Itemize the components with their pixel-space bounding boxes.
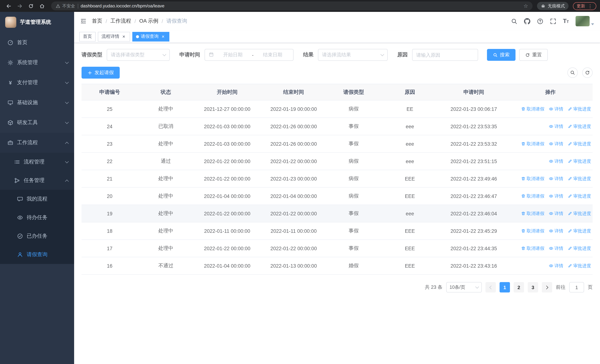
- cancel-leave-link[interactable]: 取消请假: [521, 106, 544, 112]
- browser-back-button[interactable]: [4, 1, 13, 11]
- detail-link[interactable]: 详情: [549, 228, 563, 234]
- browser-forward-button[interactable]: [15, 1, 24, 11]
- page-size-select[interactable]: 10条/页: [446, 282, 482, 292]
- sidebar-item-done-tasks[interactable]: 已办任务: [0, 227, 74, 245]
- search-button[interactable]: 搜索: [487, 49, 516, 61]
- table-search-toggle-icon[interactable]: [567, 67, 578, 78]
- cancel-leave-link[interactable]: 取消请假: [521, 210, 544, 217]
- tags-view: 首页 流程详情 × 请假查询 ×: [74, 30, 600, 43]
- sidebar-item-payment[interactable]: ¥ 支付管理: [0, 73, 74, 93]
- approval-progress-link[interactable]: 审批进度: [568, 158, 591, 164]
- prev-page-button[interactable]: [486, 282, 496, 292]
- table-row: 20 处理中 2022-01-04 00:00:00 2022-01-04 00…: [82, 187, 593, 205]
- approval-progress-link[interactable]: 审批进度: [568, 176, 591, 182]
- eye-icon: [549, 177, 553, 181]
- detail-link[interactable]: 详情: [549, 245, 563, 252]
- approval-progress-link[interactable]: 审批进度: [568, 263, 591, 269]
- approval-progress-link[interactable]: 审批进度: [568, 245, 591, 252]
- cancel-leave-link[interactable]: 取消请假: [521, 245, 544, 252]
- cell-start-time: 2022-01-04 00:00:00: [194, 193, 261, 199]
- sidebar-collapse-icon[interactable]: [80, 18, 87, 24]
- goto-page-input[interactable]: [569, 282, 584, 292]
- eye-icon: [549, 194, 553, 198]
- approval-progress-link[interactable]: 审批进度: [568, 123, 591, 130]
- breadcrumb-separator: /: [134, 18, 136, 24]
- browser-menu-icon[interactable]: ⋮: [588, 3, 593, 9]
- cell-apply-id: 20: [82, 193, 138, 199]
- search-icon: [493, 52, 498, 57]
- cell-status: 已取消: [138, 123, 194, 130]
- reason-input[interactable]: [412, 49, 478, 61]
- detail-link[interactable]: 详情: [549, 123, 563, 130]
- cell-start-time: 2022-01-22 00:00:00: [194, 246, 261, 251]
- cancel-leave-link[interactable]: 取消请假: [521, 193, 544, 199]
- detail-link[interactable]: 详情: [549, 193, 563, 199]
- browser-update-button[interactable]: 更新 ⋮: [573, 2, 596, 10]
- trash-icon: [521, 107, 525, 111]
- sidebar-item-devtools[interactable]: 研发工具: [0, 113, 74, 133]
- page-button-3[interactable]: 3: [528, 282, 538, 292]
- leave-type-select[interactable]: 请选择请假类型: [107, 49, 170, 61]
- search-icon[interactable]: [511, 18, 517, 24]
- approval-progress-link[interactable]: 审批进度: [568, 193, 591, 199]
- detail-link[interactable]: 详情: [549, 210, 563, 217]
- date-range-picker[interactable]: 开始日期 - 结束日期: [205, 49, 293, 61]
- reset-button[interactable]: 重置: [519, 49, 548, 61]
- sidebar-item-workflow[interactable]: 工作流程: [0, 133, 74, 153]
- tab-process-detail[interactable]: 流程详情 ×: [98, 32, 130, 41]
- github-icon[interactable]: [524, 18, 530, 24]
- detail-link[interactable]: 详情: [549, 106, 563, 112]
- approval-progress-link[interactable]: 审批进度: [568, 141, 591, 147]
- detail-link[interactable]: 详情: [549, 158, 563, 164]
- tab-home[interactable]: 首页: [79, 32, 96, 41]
- cell-status: 通过: [138, 158, 194, 165]
- sidebar-item-todo-tasks[interactable]: 待办任务: [0, 208, 74, 227]
- address-bar[interactable]: 不安全 dashboard.yudao.iocoder.cn/bpm/oa/le…: [51, 1, 533, 10]
- next-page-button[interactable]: [542, 282, 552, 292]
- sidebar-item-infrastructure[interactable]: 基础设施: [0, 93, 74, 113]
- user-menu[interactable]: [576, 16, 594, 26]
- tab-leave-query[interactable]: 请假查询 ×: [132, 32, 169, 41]
- url-text: dashboard.yudao.iocoder.cn/bpm/oa/leave: [81, 3, 521, 9]
- detail-link[interactable]: 详情: [549, 263, 563, 269]
- security-warning[interactable]: 不安全: [56, 3, 75, 9]
- sidebar-item-my-process[interactable]: 我的流程: [0, 190, 74, 208]
- cell-leave-type: 事假: [327, 210, 381, 217]
- sidebar-item-home[interactable]: 首页: [0, 33, 74, 53]
- result-select[interactable]: 请选择流结果: [318, 49, 388, 61]
- header-leave-type: 请假类型: [327, 89, 381, 95]
- breadcrumb-item[interactable]: 首页: [92, 18, 102, 24]
- help-icon[interactable]: [537, 18, 543, 24]
- header-actions: 操作: [508, 89, 593, 95]
- cancel-leave-link[interactable]: 取消请假: [521, 141, 544, 147]
- detail-link[interactable]: 详情: [549, 176, 563, 182]
- page-button-2[interactable]: 2: [514, 282, 524, 292]
- detail-link[interactable]: 详情: [549, 141, 563, 147]
- cell-actions: 详情审批进度: [508, 263, 593, 269]
- chevron-down-icon: [65, 100, 69, 104]
- sidebar-item-task-management[interactable]: 任务管理: [0, 171, 74, 190]
- breadcrumb-item[interactable]: 工作流程: [111, 18, 131, 24]
- sidebar-item-system[interactable]: 系统管理: [0, 53, 74, 73]
- table-refresh-icon[interactable]: [582, 67, 593, 78]
- bookmark-star-icon[interactable]: ☆: [524, 3, 528, 9]
- close-tab-icon[interactable]: ×: [160, 34, 166, 39]
- approval-progress-link[interactable]: 审批进度: [568, 228, 591, 234]
- approval-progress-link[interactable]: 审批进度: [568, 106, 591, 112]
- create-leave-button[interactable]: 发起请假: [82, 67, 120, 79]
- browser-home-button[interactable]: [37, 1, 47, 11]
- sidebar-item-process-management[interactable]: 流程管理: [0, 153, 74, 171]
- page-button-1[interactable]: 1: [500, 282, 510, 292]
- cancel-leave-link[interactable]: 取消请假: [521, 176, 544, 182]
- font-size-icon[interactable]: TT: [563, 18, 569, 24]
- fullscreen-icon[interactable]: [550, 18, 556, 24]
- eye-icon: [549, 142, 553, 146]
- cell-start-time: 2022-01-22 00:00:00: [194, 159, 261, 164]
- approval-progress-link[interactable]: 审批进度: [568, 210, 591, 217]
- cell-reason: EE: [380, 106, 439, 112]
- cancel-leave-link[interactable]: 取消请假: [521, 228, 544, 234]
- close-tab-icon[interactable]: ×: [121, 34, 126, 39]
- breadcrumb-item[interactable]: OA 示例: [139, 18, 159, 24]
- sidebar-item-leave-query[interactable]: 请假查询: [0, 245, 74, 264]
- browser-reload-button[interactable]: [26, 1, 36, 11]
